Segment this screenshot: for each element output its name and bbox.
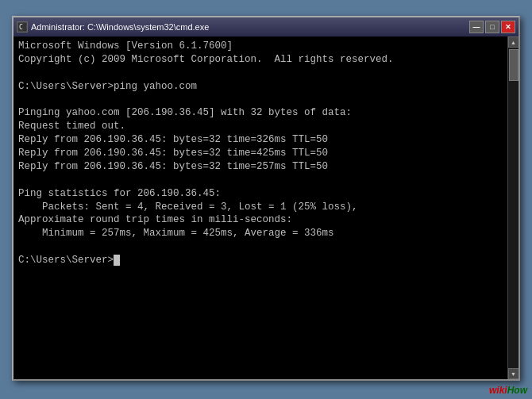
desktop: C Administrator: C:\Windows\system32\cmd… [0,0,532,399]
wikihow-watermark: wikiHow [489,385,527,396]
title-bar-buttons: — □ ✕ [469,21,515,33]
title-bar: C Administrator: C:\Windows\system32\cmd… [13,17,519,36]
minimize-button[interactable]: — [469,21,484,33]
scrollbar[interactable]: ▲ ▼ [507,36,519,379]
cmd-window-icon: C [17,21,28,33]
scrollbar-track[interactable] [508,48,519,368]
cmd-window: C Administrator: C:\Windows\system32\cmd… [12,16,520,381]
maximize-button[interactable]: □ [485,21,499,33]
scroll-down-arrow[interactable]: ▼ [508,368,519,379]
cursor [114,255,120,266]
close-button[interactable]: ✕ [501,21,515,33]
scroll-up-arrow[interactable]: ▲ [508,36,519,48]
window-title: Administrator: C:\Windows\system32\cmd.e… [31,22,209,32]
title-bar-left: C Administrator: C:\Windows\system32\cmd… [17,21,209,33]
scrollbar-thumb[interactable] [509,49,519,81]
how-text: How [507,385,527,396]
cmd-body: Microsoft Windows [Version 6.1.7600] Cop… [13,36,519,379]
wiki-text: wiki [489,385,507,396]
svg-text:C: C [19,24,23,31]
terminal-output[interactable]: Microsoft Windows [Version 6.1.7600] Cop… [13,36,507,379]
